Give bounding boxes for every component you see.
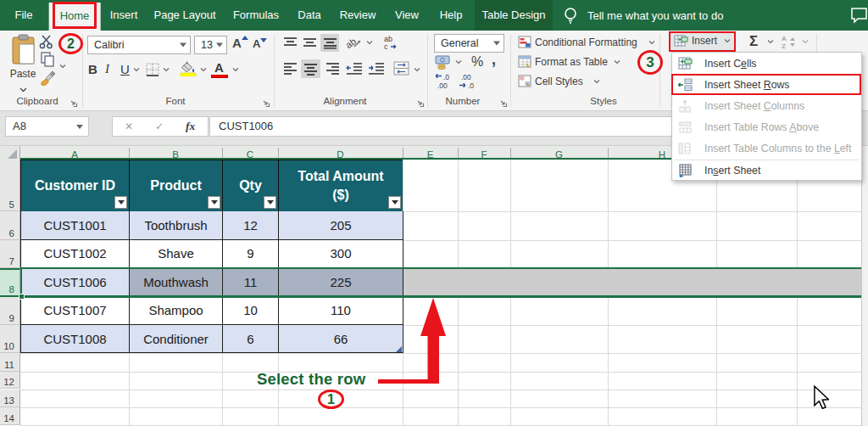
accounting-dropdown-chevron[interactable]: [455, 60, 462, 67]
borders-dropdown-chevron[interactable]: [163, 68, 170, 75]
row-header-14[interactable]: 14: [0, 407, 20, 425]
wrap-text-icon[interactable]: abc: [383, 34, 400, 54]
comma-style-icon[interactable]: ,: [492, 51, 496, 69]
table-cell-A7[interactable]: CUST1002: [20, 240, 129, 268]
row-header-5[interactable]: 5: [0, 160, 20, 212]
conditional-formatting-chevron[interactable]: [648, 41, 655, 48]
bold-button[interactable]: B: [88, 62, 97, 76]
align-right-icon[interactable]: [326, 62, 340, 78]
tell-me-box[interactable]: Tell me what you want to do: [587, 0, 723, 31]
tab-view[interactable]: View: [395, 0, 419, 31]
menu-item-insert-table-columns-to-the-left[interactable]: Insert Table Columns to the Left: [673, 138, 860, 160]
name-box-dropdown-arrow[interactable]: [76, 125, 83, 129]
sort-filter-icon[interactable]: A Z: [782, 34, 798, 53]
tab-page-layout[interactable]: Page Layout: [153, 0, 215, 31]
table-cell-C8[interactable]: 11: [222, 268, 278, 296]
font-dialog-launcher-icon[interactable]: [262, 96, 270, 104]
table-cell-C9[interactable]: 10: [222, 297, 278, 325]
alignment-dialog-launcher-icon[interactable]: [416, 96, 425, 104]
row-header-11[interactable]: 11: [0, 353, 20, 371]
number-format-dropdown-arrow[interactable]: [493, 42, 500, 46]
menu-item-insert-sheet[interactable]: Insert Sheet: [673, 160, 860, 182]
fill-color-dropdown-chevron[interactable]: [200, 68, 207, 75]
underline-button[interactable]: U: [120, 62, 130, 76]
tab-review[interactable]: Review: [340, 0, 376, 31]
underline-dropdown-chevron[interactable]: [133, 68, 140, 75]
cell-styles-button[interactable]: Cell Styles: [535, 76, 583, 87]
tab-insert[interactable]: Insert: [110, 0, 138, 31]
merge-center-dropdown-chevron[interactable]: [414, 68, 420, 75]
align-top-icon[interactable]: [283, 36, 298, 53]
table-cell-B10[interactable]: Conditioner: [129, 325, 222, 353]
decrease-font-size-icon[interactable]: A: [253, 37, 267, 50]
insert-function-icon[interactable]: fx: [186, 120, 195, 133]
decrease-indent-icon[interactable]: [346, 62, 363, 78]
increase-font-size-icon[interactable]: A: [232, 36, 248, 50]
orientation-dropdown-chevron[interactable]: [366, 41, 373, 48]
font-color-icon[interactable]: A: [214, 60, 224, 75]
italic-button[interactable]: I: [105, 62, 109, 76]
clipboard-dialog-launcher-icon[interactable]: [70, 96, 78, 104]
filter-dropdown-button[interactable]: [208, 196, 220, 209]
vertical-scrollbar[interactable]: [861, 146, 868, 426]
menu-item-insert-cells[interactable]: Insert Cells: [673, 53, 860, 74]
accounting-format-icon[interactable]: [435, 54, 452, 73]
tab-help[interactable]: Help: [440, 0, 463, 31]
align-left-icon[interactable]: [283, 62, 298, 78]
format-as-table-chevron[interactable]: [614, 60, 620, 67]
copy-icon[interactable]: [40, 52, 55, 70]
filter-dropdown-button[interactable]: [264, 196, 276, 209]
paste-label[interactable]: Paste: [10, 68, 36, 80]
row-header-12[interactable]: 12: [0, 372, 20, 390]
tab-file[interactable]: File: [15, 0, 33, 31]
tab-data[interactable]: Data: [298, 0, 320, 31]
table-cell-A6[interactable]: CUST1001: [20, 211, 129, 240]
autosum-button[interactable]: Σ: [749, 33, 758, 50]
format-as-table-button[interactable]: Format as Table: [535, 56, 608, 68]
percent-style-icon[interactable]: %: [471, 54, 483, 70]
cut-icon[interactable]: [39, 34, 58, 53]
row-header-9[interactable]: 9: [0, 297, 20, 325]
table-cell-A9[interactable]: CUST1007: [20, 297, 129, 325]
autosum-dropdown-chevron[interactable]: [767, 40, 774, 47]
table-cell-C7[interactable]: 9: [222, 240, 278, 268]
copy-dropdown-chevron[interactable]: [59, 57, 66, 72]
table-cell-A8[interactable]: CUST1006: [20, 268, 129, 296]
cell-styles-chevron[interactable]: [593, 80, 600, 87]
decrease-decimal-icon[interactable]: .00 .0: [458, 72, 478, 94]
table-cell-B6[interactable]: Toothbrush: [129, 211, 222, 240]
enter-icon[interactable]: ✓: [155, 121, 164, 132]
sort-filter-dropdown-chevron[interactable]: [802, 40, 809, 47]
orientation-icon[interactable]: ab: [346, 35, 363, 53]
cancel-icon[interactable]: ✕: [125, 121, 133, 132]
align-middle-icon[interactable]: [303, 36, 317, 53]
chat-icon[interactable]: [850, 6, 868, 28]
fill-color-icon[interactable]: [180, 61, 197, 80]
table-cell-B9[interactable]: Shampoo: [129, 297, 222, 325]
font-name-dropdown-arrow[interactable]: [180, 43, 186, 48]
align-center-icon[interactable]: [301, 59, 320, 78]
font-size-dropdown-arrow[interactable]: [216, 43, 223, 48]
table-cell-B7[interactable]: Shave: [129, 240, 222, 268]
row-header-7[interactable]: 7: [0, 240, 20, 268]
conditional-formatting-button[interactable]: Conditional Formatting: [535, 36, 637, 48]
row-header-8[interactable]: 8: [0, 268, 20, 296]
table-cell-A10[interactable]: CUST1008: [20, 325, 129, 353]
font-size-combo[interactable]: 13: [194, 36, 227, 54]
filter-dropdown-button[interactable]: [388, 196, 401, 209]
table-cell-C6[interactable]: 12: [222, 211, 278, 240]
increase-decimal-icon[interactable]: .0 .00: [434, 72, 454, 94]
merge-center-icon[interactable]: [393, 61, 409, 79]
table-cell-D7[interactable]: 300: [278, 240, 403, 268]
menu-item-insert-sheet-columns[interactable]: Insert Sheet Columns: [673, 95, 860, 116]
row-header-6[interactable]: 6: [0, 211, 20, 240]
font-color-dropdown-chevron[interactable]: [232, 68, 239, 75]
paste-button[interactable]: [10, 34, 39, 71]
align-bottom-icon[interactable]: [320, 34, 339, 52]
font-name-combo[interactable]: Calibri: [87, 36, 191, 54]
format-painter-icon[interactable]: [39, 70, 56, 90]
table-cell-C10[interactable]: 6: [222, 325, 278, 353]
row-header-13[interactable]: 13: [0, 390, 20, 407]
number-dialog-launcher-icon[interactable]: [499, 96, 508, 104]
increase-indent-icon[interactable]: [368, 62, 385, 78]
